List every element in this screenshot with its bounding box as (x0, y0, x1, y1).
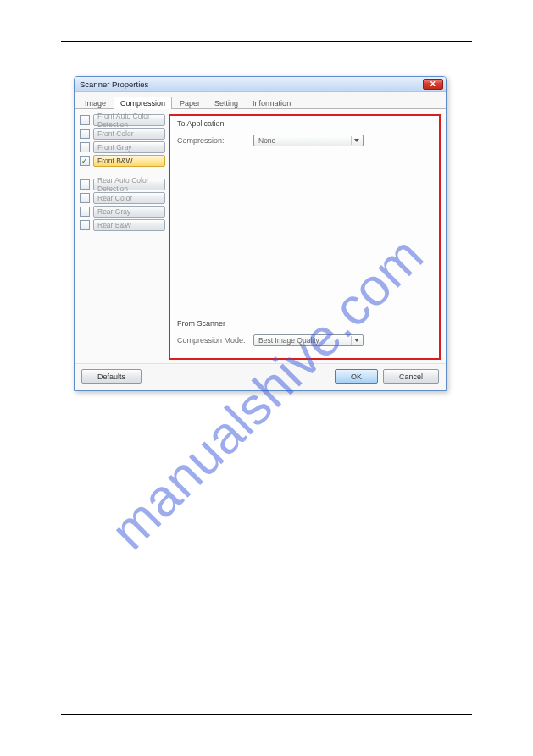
option-label: Front Gray (93, 141, 165, 153)
cancel-button[interactable]: Cancel (383, 369, 439, 384)
compression-label: Compression: (177, 136, 253, 145)
checkbox-icon[interactable] (80, 207, 90, 217)
option-rear-gray[interactable]: Rear Gray (80, 206, 165, 218)
checkbox-icon[interactable] (80, 193, 90, 203)
option-label: Rear Color (93, 192, 165, 204)
ok-button[interactable]: OK (335, 369, 378, 384)
chevron-down-icon (351, 336, 361, 345)
options-column: Front Auto Color Detection Front Color F… (80, 114, 169, 360)
checkbox-icon[interactable] (80, 142, 90, 152)
tab-compression[interactable]: Compression (114, 97, 172, 109)
option-front-auto-color[interactable]: Front Auto Color Detection (80, 114, 165, 126)
option-rear-color[interactable]: Rear Color (80, 192, 165, 204)
option-label: Rear B&W (93, 219, 165, 231)
checkbox-icon[interactable] (80, 129, 90, 139)
divider (177, 317, 432, 317)
scanner-properties-dialog: Scanner Properties ✕ Image Compression P… (74, 76, 447, 391)
dialog-footer: Defaults OK Cancel (75, 363, 446, 390)
checkbox-icon[interactable]: ✓ (80, 156, 90, 166)
compression-mode-select[interactable]: Best Image Quality (253, 334, 364, 346)
option-front-color[interactable]: Front Color (80, 128, 165, 140)
option-label: Rear Gray (93, 206, 165, 218)
compression-mode-value: Best Image Quality (258, 336, 319, 345)
close-icon[interactable]: ✕ (423, 79, 443, 90)
titlebar: Scanner Properties ✕ (75, 77, 446, 92)
chevron-down-icon (351, 136, 361, 145)
checkbox-icon[interactable] (80, 220, 90, 230)
option-label: Front Auto Color Detection (93, 114, 165, 126)
tab-image[interactable]: Image (78, 97, 113, 109)
tab-information[interactable]: Information (246, 97, 297, 109)
option-front-bw[interactable]: ✓ Front B&W (80, 155, 165, 167)
checkbox-icon[interactable] (80, 115, 90, 125)
compression-panel: To Application Compression: None From Sc… (169, 114, 441, 360)
section-from-scanner: From Scanner (177, 319, 432, 328)
tab-setting[interactable]: Setting (208, 97, 245, 109)
option-label: Front B&W (93, 155, 165, 167)
option-rear-auto-color[interactable]: Rear Auto Color Detection (80, 179, 165, 190)
option-rear-bw[interactable]: Rear B&W (80, 219, 165, 231)
compression-select[interactable]: None (253, 135, 364, 146)
dialog-body: Front Auto Color Detection Front Color F… (75, 109, 446, 363)
option-label: Rear Auto Color Detection (93, 179, 165, 190)
compression-mode-label: Compression Mode: (177, 336, 253, 345)
compression-value: None (258, 136, 275, 145)
checkbox-icon[interactable] (80, 179, 90, 190)
defaults-button[interactable]: Defaults (81, 369, 142, 384)
tab-paper[interactable]: Paper (173, 97, 207, 109)
option-front-gray[interactable]: Front Gray (80, 141, 165, 153)
tabstrip: Image Compression Paper Setting Informat… (75, 92, 446, 109)
section-to-application: To Application (177, 119, 432, 128)
option-label: Front Color (93, 128, 165, 140)
dialog-title: Scanner Properties (80, 80, 148, 89)
